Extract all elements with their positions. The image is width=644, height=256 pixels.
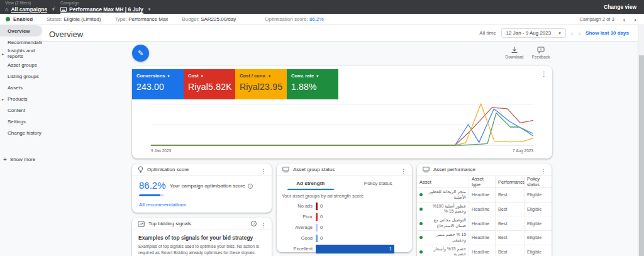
sidebar-item-label: Products — [8, 96, 28, 102]
table-row[interactable]: 15 % خصم مميز وحقيقيHeadlineBestEligible — [417, 230, 552, 245]
asset-text: متجر الريحانة للعطور الأصلية — [425, 189, 466, 201]
asset-text: عطور أصلية 100% وخصم 15 % — [425, 204, 466, 215]
previous-period-button[interactable]: ‹ — [571, 30, 574, 37]
show-more-button[interactable]: + Show more — [0, 156, 35, 163]
sidebar-item-listing-groups[interactable]: Listing groups — [0, 70, 42, 82]
breadcrumb-separator-icon: › — [53, 4, 55, 11]
adstrength-row-no-ads: No ads0 — [277, 201, 412, 211]
type-value: Performance Max — [128, 16, 168, 22]
next-campaign-button[interactable]: › — [634, 16, 636, 23]
sidebar-item-change-history[interactable]: Change history — [0, 127, 42, 138]
adstrength-value: 0 — [320, 225, 323, 230]
show-more-label: Show more — [10, 157, 35, 162]
performance-cell: Best — [495, 216, 524, 230]
trend-chart-svg — [151, 102, 533, 147]
vertical-scrollbar[interactable] — [638, 25, 644, 256]
campaign-status-bar: Enabled Status: Eligible (Limited) Type:… — [0, 14, 644, 25]
sidebar-item-overview[interactable]: Overview — [0, 25, 42, 36]
adstrength-bar[interactable]: 1 — [316, 245, 394, 253]
scrollbar-thumb[interactable] — [639, 55, 644, 256]
kebab-menu-icon[interactable]: ⋮ — [260, 169, 267, 175]
kebab-menu-icon[interactable]: ⋮ — [260, 223, 267, 229]
previous-campaign-button[interactable]: ‹ — [623, 16, 626, 23]
view-selector[interactable]: View (2 filters) ⌂ All campaigns ▾ — [5, 1, 55, 13]
performance-chart-card: Conversions▾243.00Cost▾Riyal5.82KCost / … — [132, 66, 552, 159]
optimisation-progress-bar — [139, 194, 164, 196]
asset-group-card-title: Asset group status — [293, 167, 335, 172]
sidebar-item-products[interactable]: ▸Products — [0, 93, 42, 104]
optimisation-score-value: 86.2% — [139, 180, 166, 191]
budget-value[interactable]: SAR225.00/day — [201, 16, 236, 22]
adstrength-bar-zone: 0 — [316, 213, 394, 221]
optimisation-score-value[interactable]: 86.2% — [309, 16, 324, 22]
asset-text: خصم 15% وأسعار حصرية — [425, 247, 466, 256]
sidebar-item-settings[interactable]: Settings — [0, 116, 42, 127]
table-row[interactable]: عطور أصلية 100% وخصم 15 %HeadlineBestEli… — [417, 202, 552, 216]
metric-label-row: Cost▾ — [188, 73, 231, 79]
top-bidding-signals-card: Top bidding signals ? ⋮ Examples of top … — [132, 218, 272, 256]
sidebar-item-assets[interactable]: Assets — [0, 82, 42, 93]
help-icon[interactable]: ? — [251, 221, 257, 226]
adstrength-row-excellent: Excellent1 — [277, 243, 412, 254]
all-recommendations-link[interactable]: All recommendations — [139, 202, 186, 208]
adstrength-bar-zone: 1 — [316, 245, 394, 253]
kebab-menu-icon[interactable]: ⋮ — [541, 71, 547, 77]
adstrength-value: 0 — [320, 235, 323, 241]
show-last-30-days-link[interactable]: Show last 30 days — [586, 30, 629, 36]
info-icon[interactable]: i — [248, 184, 253, 189]
change-view-button[interactable]: Change view — [604, 4, 636, 10]
table-row[interactable]: متجر الريحانة للعطور الأصليةHeadlineBest… — [417, 187, 552, 202]
pencil-icon: ✎ — [138, 49, 143, 57]
sidebar-item-insights-and-reports[interactable]: ▸Insights and reports — [0, 48, 42, 59]
metric-tile-cost-conv[interactable]: Cost / conv.▾Riyal23.95 — [235, 69, 287, 99]
table-row[interactable]: خصم 15% وأسعار حصريةHeadlineBestEligible — [417, 245, 552, 256]
asset-cell: متجر الريحانة للعطور الأصلية — [417, 188, 469, 202]
sidebar-item-recommendations[interactable]: Recommendations — [0, 36, 42, 48]
feedback-button[interactable]: Feedback — [528, 47, 553, 59]
perf-table-head: AssetAsset typePerformancePolicy status — [417, 176, 552, 187]
policy-status-cell: Eligible — [524, 245, 552, 256]
campaign-name[interactable]: Performance Max MH | 6 July — [69, 6, 143, 13]
campaign-selector[interactable]: Campaign Performance Max MH | 6 July ▾ — [60, 1, 150, 13]
asset-group-status-card: Asset group status ⋮ Ad strengthPolicy s… — [277, 164, 412, 252]
type-field: Type: Performance Max — [114, 16, 168, 22]
caret-down-icon[interactable]: ▾ — [167, 74, 169, 78]
kebab-menu-icon[interactable]: ⋮ — [401, 169, 407, 175]
sidebar-item-content[interactable]: Content — [0, 104, 42, 116]
metric-tile-conversions[interactable]: Conversions▾243.00 — [132, 69, 184, 99]
top-navigation-bar: View (2 filters) ⌂ All campaigns ▾ › Cam… — [0, 0, 644, 14]
status-field: Status: Eligible (Limited) — [47, 16, 101, 22]
column-header-performance[interactable]: Performance — [495, 176, 524, 187]
tab-policy-status[interactable]: Policy status — [345, 176, 413, 190]
chevron-down-icon[interactable]: ▾ — [148, 7, 151, 12]
perf-table-body: متجر الريحانة للعطور الأصليةHeadlineBest… — [417, 187, 552, 256]
metric-tile-conv-rate[interactable]: Conv. rate▾1.88% — [287, 69, 338, 99]
table-row[interactable]: التوصيل مجاني مع ضمان الاسترجاعHeadlineB… — [417, 216, 552, 230]
home-icon: ⌂ — [5, 6, 8, 13]
budget-field: Budget: SAR225.00/day — [182, 16, 236, 22]
metric-label: Cost / conv. — [240, 73, 266, 79]
all-campaigns-label[interactable]: All campaigns — [11, 6, 47, 13]
enabled-label[interactable]: Enabled — [13, 16, 33, 22]
tab-ad-strength[interactable]: Ad strength — [277, 176, 345, 190]
metric-tile-cost[interactable]: Cost▾Riyal5.82K — [184, 69, 235, 99]
next-period-button[interactable]: › — [578, 30, 580, 37]
sidebar-item-label: Settings — [8, 119, 26, 125]
metric-label: Conv. rate — [291, 73, 314, 79]
caret-down-icon[interactable]: ▾ — [269, 74, 270, 78]
google-ads-overview-page: View (2 filters) ⌂ All campaigns ▾ › Cam… — [0, 0, 644, 256]
download-button[interactable]: Download — [502, 47, 527, 59]
caret-down-icon[interactable]: ▾ — [316, 74, 318, 78]
column-header-asset[interactable]: Asset — [417, 176, 469, 187]
date-range-picker[interactable]: 12 Jan - 9 Aug 2023 ▾ — [501, 28, 566, 38]
kebab-menu-icon[interactable]: ⋮ — [540, 169, 547, 175]
adstrength-row-average: Average0 — [277, 222, 412, 233]
status-dot-icon — [419, 236, 423, 239]
sidebar-item-asset-groups[interactable]: Asset groups — [0, 59, 42, 70]
column-header-asset-type[interactable]: Asset type — [469, 176, 495, 187]
chevron-down-icon: ▾ — [558, 31, 561, 36]
caret-down-icon[interactable]: ▾ — [201, 74, 203, 78]
asset-type-cell: Headline — [469, 203, 495, 216]
edit-fab-button[interactable]: ✎ — [132, 45, 149, 62]
column-header-policy-status[interactable]: Policy status — [524, 176, 552, 187]
